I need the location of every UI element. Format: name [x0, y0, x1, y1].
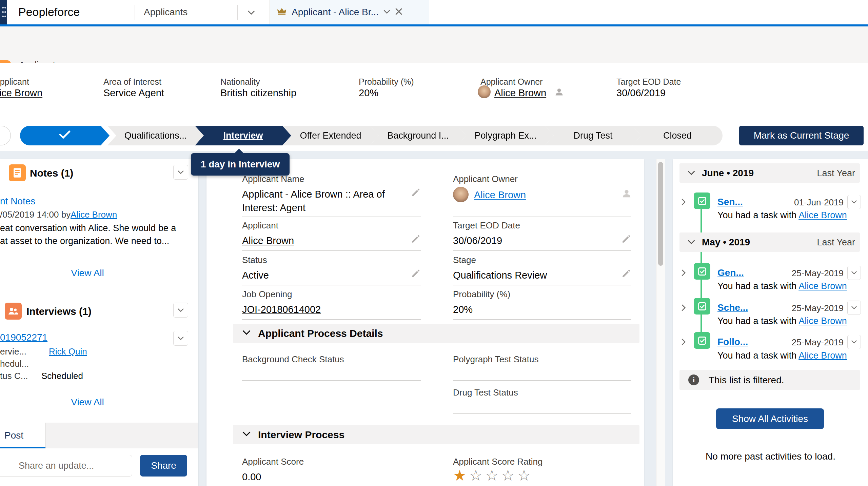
task-date: 01-Jun-2019	[794, 197, 844, 208]
change-owner-icon[interactable]	[555, 87, 564, 98]
stage-background[interactable]: Background I...	[370, 126, 466, 145]
share-update-input[interactable]	[0, 455, 132, 477]
scrollbar-thumb[interactable]	[658, 162, 663, 266]
interview-row-label: hedul...	[0, 359, 29, 369]
stage-label: Interview	[223, 130, 263, 141]
star-filled-icon[interactable]: ★	[453, 467, 469, 484]
notes-panel-title[interactable]: Notes (1)	[30, 167, 73, 179]
notes-icon	[9, 164, 26, 181]
change-owner-icon[interactable]	[622, 189, 631, 200]
expand-chevron-icon[interactable]	[682, 199, 686, 207]
tab-applicants-dropdown-chevron-icon[interactable]	[248, 10, 255, 16]
job-opening-link[interactable]: JOI-20180614002	[242, 303, 321, 316]
close-tab-icon[interactable]	[395, 8, 402, 17]
show-all-activities-button[interactable]: Show All Activities	[716, 408, 824, 429]
global-tab-bar: Peopleforce Applicants Applicant - Alice…	[0, 0, 868, 24]
task-contact-link[interactable]: Alice Brown	[798, 281, 847, 291]
task-icon	[694, 332, 710, 349]
edit-pencil-icon[interactable]	[411, 235, 420, 245]
edit-pencil-icon[interactable]	[621, 269, 631, 280]
task-title-link[interactable]: Sen...	[717, 197, 743, 207]
stage-qualifications[interactable]: Qualifications...	[107, 126, 204, 145]
owner-link[interactable]: Alice Brown	[474, 189, 526, 201]
info-icon: i	[688, 374, 699, 385]
field-applicant-name: Applicant Name Applicant - Alice Brown :…	[242, 174, 421, 217]
task-subtitle-text: You had a task with	[717, 281, 796, 291]
note-item-title-link[interactable]: nt Notes	[0, 196, 35, 207]
task-contact-link[interactable]: Alice Brown	[798, 350, 847, 361]
notes-actions-dropdown-button[interactable]	[173, 165, 188, 180]
task-actions-dropdown-button[interactable]	[847, 335, 861, 349]
section-interview-process[interactable]: Interview Process	[233, 425, 639, 444]
star-empty-icon[interactable]: ☆	[517, 467, 533, 484]
highlight-applicant-link[interactable]: Alice Brown	[0, 87, 42, 99]
task-contact-link[interactable]: Alice Brown	[798, 210, 847, 220]
highlight-value: 30/06/2019	[616, 87, 666, 99]
highlight-owner-link[interactable]: Alice Brown	[494, 87, 546, 99]
stage-drug-test[interactable]: Drug Test	[545, 126, 641, 145]
app-launcher-icon[interactable]	[0, 0, 7, 24]
stage-label: Qualifications...	[124, 130, 187, 141]
task-title-link[interactable]: Sche...	[717, 302, 748, 313]
task-actions-dropdown-button[interactable]	[847, 266, 861, 280]
stage-interview[interactable]: Interview	[195, 126, 291, 145]
month-group-june[interactable]: June • 2019 Last Year	[679, 163, 860, 183]
interviewer-link[interactable]: Rick Quin	[49, 346, 87, 357]
tab-applicants[interactable]: Applicants	[144, 7, 188, 18]
edit-pencil-icon[interactable]	[411, 188, 420, 199]
interview-status-value: Scheduled	[41, 371, 83, 381]
related-lists-sidebar: Notes (1) nt Notes /05/2019 14:00 by Ali…	[0, 159, 198, 486]
stage-label: Background I...	[387, 130, 449, 141]
section-title: Interview Process	[258, 429, 344, 441]
notes-view-all-link[interactable]: View All	[0, 268, 175, 279]
tab-active-applicant-record[interactable]: Applicant - Alice Br...	[270, 0, 429, 24]
share-button[interactable]: Share	[140, 455, 187, 477]
vertical-scrollbar[interactable]	[656, 159, 665, 486]
chevron-down-icon	[242, 330, 251, 337]
task-actions-dropdown-button[interactable]	[847, 195, 861, 209]
brand-underline	[0, 24, 868, 26]
mark-as-current-stage-button[interactable]: Mark as Current Stage	[739, 126, 864, 145]
record-header: Applicant Applicant - Alice Brown :: Are…	[0, 26, 868, 63]
month-group-may[interactable]: May • 2019 Last Year	[679, 232, 860, 252]
field-value: Qualifications Review	[453, 268, 547, 282]
task-contact-link[interactable]: Alice Brown	[798, 316, 847, 326]
relative-time-badge: Last Year	[817, 237, 855, 248]
star-empty-icon[interactable]: ☆	[501, 467, 517, 484]
interviews-view-all-link[interactable]: View All	[0, 397, 175, 408]
owner-avatar	[453, 187, 469, 202]
expand-chevron-icon[interactable]	[682, 304, 686, 312]
stage-label: Polygraph Ex...	[474, 130, 536, 141]
star-empty-icon[interactable]: ☆	[469, 467, 485, 484]
interviews-panel-title[interactable]: Interviews (1)	[26, 306, 92, 317]
note-author-link[interactable]: Alice Brown	[71, 209, 117, 220]
stage-polygraph[interactable]: Polygraph Ex...	[457, 126, 554, 145]
task-title-link[interactable]: Follo...	[717, 337, 748, 347]
field-value: 20%	[453, 303, 473, 316]
stage-completed[interactable]	[20, 126, 110, 145]
expand-chevron-icon[interactable]	[682, 269, 686, 278]
edit-pencil-icon[interactable]	[411, 269, 420, 280]
filtered-note-text: This list is filtered.	[709, 375, 784, 386]
path-previous-stage-fragment[interactable]	[0, 126, 11, 145]
expand-chevron-icon[interactable]	[682, 339, 686, 347]
tab-divider	[237, 5, 238, 20]
task-actions-dropdown-button[interactable]	[847, 301, 861, 315]
interview-row-dropdown-button[interactable]	[173, 331, 188, 346]
interview-record-link[interactable]: 019052271	[0, 332, 47, 343]
tab-post[interactable]: Post	[4, 430, 23, 441]
active-tab-dropdown-chevron-icon[interactable]	[383, 9, 390, 15]
task-title-link[interactable]: Gen...	[717, 267, 744, 278]
task-date: 25-May-2019	[792, 303, 844, 313]
stage-closed[interactable]: Closed	[632, 126, 723, 145]
interviews-actions-dropdown-button[interactable]	[173, 303, 188, 318]
section-applicant-process-details[interactable]: Applicant Process Details	[233, 324, 639, 343]
active-tab-label: Applicant - Alice Br...	[292, 7, 379, 18]
highlight-value: Service Agent	[103, 87, 164, 99]
star-rating[interactable]: ★☆☆☆☆	[453, 467, 533, 484]
star-empty-icon[interactable]: ☆	[485, 467, 501, 484]
note-body-line: at asset to the organization. We need to…	[0, 236, 169, 246]
edit-pencil-icon[interactable]	[621, 235, 631, 245]
task-subtitle-text: You had a task with	[717, 350, 796, 361]
stage-offer-extended[interactable]: Offer Extended	[282, 126, 379, 145]
